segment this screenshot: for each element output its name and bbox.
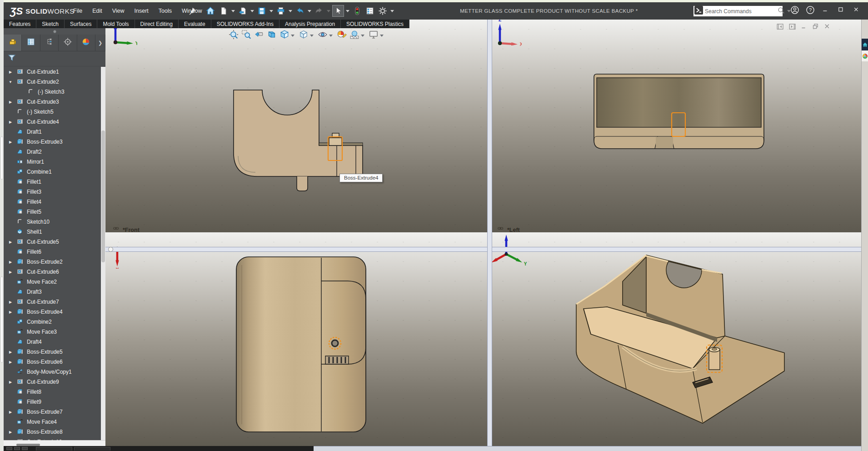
- expand-arrow-icon[interactable]: ▶: [7, 140, 14, 144]
- new-document-button[interactable]: [218, 5, 229, 17]
- tree-item[interactable]: Combine1: [4, 167, 101, 177]
- dropdown-caret-icon[interactable]: [361, 35, 364, 37]
- zoom-to-fit-button[interactable]: [229, 30, 239, 41]
- expand-arrow-icon[interactable]: ▶: [7, 100, 14, 104]
- collapse-pane-left-icon[interactable]: [776, 23, 784, 30]
- panel-tab-propertymanager[interactable]: [22, 35, 40, 51]
- tree-item[interactable]: ▶Boss-Extrude2: [4, 257, 101, 267]
- tab-direct-editing[interactable]: Direct Editing: [135, 20, 179, 28]
- tree-item[interactable]: Fillet3: [4, 187, 101, 197]
- tree-item[interactable]: Move Face4: [4, 417, 101, 427]
- expand-arrow-icon[interactable]: ▶: [7, 430, 14, 434]
- document-restore-icon[interactable]: [812, 23, 820, 30]
- viewport-splitter-vertical[interactable]: [487, 20, 492, 451]
- viewport-trimetric[interactable]: ZYX *Trimetric: [490, 232, 861, 451]
- part-trimetric-view[interactable]: [490, 232, 861, 451]
- tree-item[interactable]: Move Face3: [4, 327, 101, 337]
- part-left-view[interactable]: [490, 20, 861, 232]
- collapse-pane-right-icon[interactable]: [788, 23, 797, 30]
- tab-mold-tools[interactable]: Mold Tools: [97, 20, 135, 28]
- dropdown-caret-icon[interactable]: [291, 35, 294, 37]
- tab-analysis-preparation[interactable]: Analysis Preparation: [279, 20, 341, 28]
- tab-surfaces[interactable]: Surfaces: [65, 20, 97, 28]
- tab-solidworks-add-ins[interactable]: SOLIDWORKS Add-Ins: [211, 20, 279, 28]
- front-part-face[interactable]: [234, 90, 363, 176]
- dropdown-caret-icon[interactable]: [346, 10, 349, 12]
- dropdown-caret-icon[interactable]: [289, 10, 292, 12]
- part-top-view[interactable]: [105, 232, 490, 451]
- edit-appearance-button[interactable]: [337, 30, 347, 41]
- collapse-arrow-icon[interactable]: ▼: [7, 80, 14, 84]
- viewport-front[interactable]: ZY *Front: [105, 20, 490, 232]
- undo-button[interactable]: [294, 5, 306, 17]
- viewport-splitter-handle[interactable]: [108, 247, 113, 252]
- front-boss-collar[interactable]: [329, 138, 342, 145]
- tree-item[interactable]: ▶Cut-Extrude9: [4, 377, 101, 387]
- tree-item[interactable]: ▶Cut-Extrude5: [4, 237, 101, 247]
- options-gear-button[interactable]: [377, 5, 389, 17]
- panel-tab-featuremanager-tree[interactable]: [4, 35, 22, 51]
- tree-item[interactable]: ▶Boss-Extrude4: [4, 307, 101, 317]
- menu-tools[interactable]: Tools: [154, 2, 177, 20]
- front-bottom-peg[interactable]: [297, 176, 308, 191]
- expand-arrow-icon[interactable]: ▶: [7, 300, 14, 304]
- dropdown-caret-icon[interactable]: [380, 35, 384, 37]
- expand-arrow-icon[interactable]: ▶: [7, 240, 14, 244]
- left-part-recessed-panel[interactable]: [597, 78, 761, 127]
- tree-item[interactable]: ▶Cut-Extrude1: [4, 67, 101, 77]
- dropdown-caret-icon[interactable]: [250, 10, 254, 12]
- redo-button[interactable]: [313, 5, 325, 17]
- tree-item[interactable]: ▶Boss-Extrude5: [4, 347, 101, 357]
- tree-item[interactable]: Fillet9: [4, 397, 101, 407]
- viewport-label-left[interactable]: *Left: [496, 226, 520, 232]
- magnifier-icon[interactable]: [777, 6, 785, 16]
- tree-item[interactable]: Fillet6: [4, 247, 101, 257]
- filter-funnel-icon[interactable]: [7, 53, 16, 64]
- task-pane-home-icon[interactable]: [862, 39, 868, 50]
- search-commands-box[interactable]: [693, 6, 783, 16]
- expand-arrow-icon[interactable]: ▶: [7, 70, 14, 74]
- previous-view-button[interactable]: [254, 30, 264, 41]
- tree-item[interactable]: ▶Cut-Extrude6: [4, 267, 101, 277]
- panel-tab-dimxpertmanager[interactable]: [59, 35, 77, 51]
- tree-item[interactable]: ▶Boss-Extrude3: [4, 137, 101, 147]
- save-button[interactable]: [256, 5, 268, 17]
- print-button[interactable]: [275, 5, 287, 17]
- tree-vscroll-thumb[interactable]: [101, 130, 105, 262]
- dropdown-caret-icon[interactable]: [308, 10, 311, 12]
- tree-item[interactable]: ▶Boss-Extrude6: [4, 357, 101, 367]
- menu-edit[interactable]: Edit: [87, 2, 107, 20]
- dropdown-caret-icon[interactable]: [329, 35, 333, 37]
- view-orientation-button[interactable]: [279, 30, 296, 41]
- dropdown-caret-icon[interactable]: [390, 10, 394, 12]
- tab-features[interactable]: Features: [4, 20, 36, 28]
- panel-tabs-expander[interactable]: ❯: [95, 35, 105, 51]
- tree-item[interactable]: ▶Boss-Extrude7: [4, 407, 101, 417]
- expand-arrow-icon[interactable]: ▶: [7, 360, 14, 364]
- menu-view[interactable]: View: [107, 2, 130, 20]
- tree-item[interactable]: (-) Sketch3: [4, 87, 101, 97]
- tree-item[interactable]: Mirror1: [4, 157, 101, 167]
- apply-scene-button[interactable]: [349, 30, 366, 41]
- dropdown-caret-icon[interactable]: [310, 35, 314, 37]
- select-arrow-button[interactable]: [332, 5, 344, 17]
- home-button[interactable]: [204, 5, 217, 17]
- tree-item[interactable]: Shell1: [4, 227, 101, 237]
- tree-item[interactable]: (-) Sketch5: [4, 107, 101, 117]
- tree-item[interactable]: Fillet5: [4, 207, 101, 217]
- expand-arrow-icon[interactable]: ▶: [7, 310, 14, 314]
- search-input[interactable]: [703, 8, 777, 15]
- tree-filter-row[interactable]: [4, 51, 105, 66]
- viewport-label-front[interactable]: *Front: [112, 226, 140, 232]
- tree-item[interactable]: ▶Cut-Extrude10: [4, 437, 101, 440]
- view-settings-button[interactable]: [369, 30, 385, 41]
- close-button[interactable]: [849, 2, 864, 20]
- motionmanager-tabs-cutoff[interactable]: [4, 446, 314, 451]
- left-part-notch-face[interactable]: [656, 137, 673, 148]
- tree-item[interactable]: ▶Boss-Extrude8: [4, 427, 101, 437]
- tree-item[interactable]: Sketch10: [4, 217, 101, 227]
- document-close-icon[interactable]: [824, 23, 831, 30]
- dropdown-caret-icon[interactable]: [231, 10, 235, 12]
- expand-arrow-icon[interactable]: ▶: [7, 410, 14, 414]
- tab-solidworks-plastics[interactable]: SOLIDWORKS Plastics: [341, 20, 409, 28]
